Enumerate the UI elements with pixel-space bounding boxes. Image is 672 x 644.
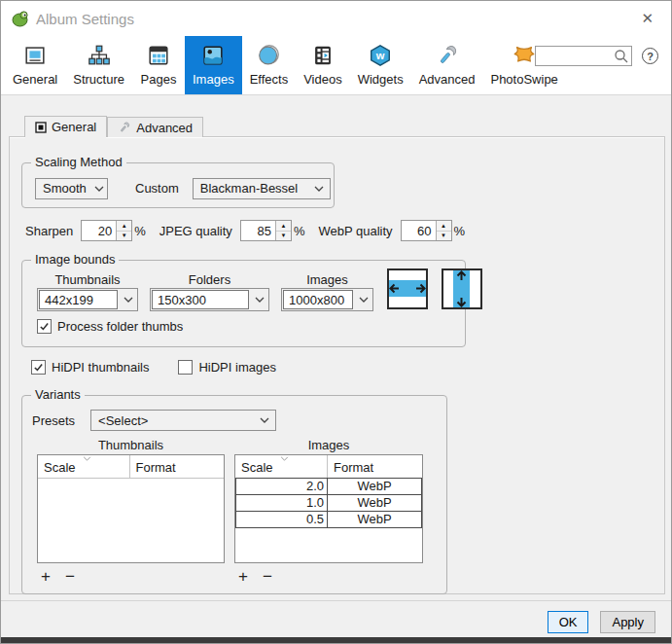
process-folder-thumbs-checkbox[interactable] [37,319,52,334]
scale-cell[interactable]: 0.5 [235,511,328,528]
spin-down-icon[interactable]: ▼ [117,232,131,241]
check-icon [39,321,50,332]
thumbnails-table-actions: + − [37,568,225,585]
spin-up-icon[interactable]: ▲ [117,221,131,232]
add-row-button[interactable]: + [238,568,248,585]
toolbar-item-widgets[interactable]: w Widgets [350,36,411,94]
image-bounds-group: Image bounds Thumbnails 442x199 Folders [21,260,466,347]
presets-value: <Select> [98,413,148,428]
hidpi-thumbnails-checkbox[interactable] [31,360,46,375]
format-cell[interactable]: WebP [327,478,422,495]
spin-down-icon[interactable]: ▼ [437,232,451,241]
spin-up-icon[interactable]: ▲ [437,221,451,232]
sharpen-label: Sharpen [25,224,73,238]
toolbar-item-effects[interactable]: Effects [242,36,297,94]
folders-label: Folders [189,272,230,287]
scale-column-header[interactable]: Scale [235,455,328,478]
general-icon [20,41,50,70]
toolbar-label: Pages [141,72,177,87]
jpeg-quality-value[interactable]: 85 [241,221,275,240]
toolbar-label: General [13,72,57,87]
jpeg-spin-buttons: ▲ ▼ [275,221,291,240]
images-combo[interactable]: 1000x800 [281,288,373,311]
remove-row-button[interactable]: − [65,568,75,585]
custom-filter-value: Blackman-Bessel [200,181,298,196]
toolbar-item-general[interactable]: General [5,36,65,94]
variants-tables: Thumbnails Scale Format [22,438,446,585]
thumbnails-bound: Thumbnails 442x199 [37,272,138,311]
percent-label: % [294,224,305,238]
jpeg-quality-spinner[interactable]: 85 ▲ ▼ [240,220,292,241]
advanced-icon [433,41,462,70]
table-header: Scale Format [38,455,224,479]
tab-general[interactable]: General [24,116,107,137]
table-row[interactable]: 0.5 WebP [235,511,422,528]
toolbar-item-pages[interactable]: Pages [132,36,185,94]
hidpi-images-label: HiDPI images [198,360,275,375]
close-button[interactable]: ✕ [633,8,661,29]
hidpi-thumbnails-label: HiDPI thumbnails [52,360,149,375]
sharpen-spinner[interactable]: 20 ▲ ▼ [81,220,132,241]
videos-icon [308,41,337,70]
toolbar-item-videos[interactable]: Videos [296,36,350,94]
hidpi-images-checkbox[interactable] [178,360,193,375]
search-icon [614,49,629,64]
thumbnails-value[interactable]: 442x199 [39,290,118,309]
scaling-method-select[interactable]: Smooth [35,178,108,199]
toolbar-item-advanced[interactable]: Advanced [411,36,483,94]
webp-quality-label: WebP quality [318,224,392,238]
tab-bar: General Advanced [24,116,203,137]
folders-value[interactable]: 150x300 [152,290,249,309]
help-icon[interactable]: ? [642,48,658,64]
presets-row: Presets <Select> [32,410,446,431]
title-bar: Album Settings ✕ [1,1,671,36]
structure-icon [85,41,114,70]
search-box [535,46,632,66]
fit-height-button[interactable] [442,268,482,309]
images-table-actions: + − [234,568,423,585]
webp-spin-buttons: ▲ ▼ [436,221,451,240]
spin-down-icon[interactable]: ▼ [276,232,291,241]
check-icon [33,362,44,373]
images-value[interactable]: 1000x800 [283,290,353,309]
scale-cell[interactable]: 2.0 [235,478,328,495]
tab-advanced[interactable]: Advanced [107,117,203,137]
thumbnails-combo[interactable]: 442x199 [37,288,138,311]
fit-width-button[interactable] [387,268,428,309]
format-column-header[interactable]: Format [130,455,224,478]
general-tab-panel: Scaling Method Smooth Custom Blackman-Be… [9,136,665,594]
folders-combo[interactable]: 150x300 [150,288,269,311]
spin-up-icon[interactable]: ▲ [276,221,291,232]
webp-quality-value[interactable]: 60 [402,221,436,240]
settings-content: General Advanced Scaling Method Smooth [1,95,671,644]
chevron-down-icon[interactable] [250,289,268,310]
scaling-method-group: Scaling Method Smooth Custom Blackman-Be… [21,162,335,208]
scale-column-header[interactable]: Scale [38,455,130,478]
table-row[interactable]: 2.0 WebP [235,478,422,495]
apply-button[interactable]: Apply [600,611,655,633]
widgets-icon: w [366,41,395,70]
chevron-down-icon[interactable] [119,289,137,310]
chevron-down-icon[interactable] [354,289,372,310]
format-cell[interactable]: WebP [327,494,422,512]
ok-button[interactable]: OK [548,611,589,633]
table-row[interactable]: 1.0 WebP [235,494,422,512]
sharpen-spin-buttons: ▲ ▼ [116,221,131,240]
toolbar-item-structure[interactable]: Structure [65,36,132,94]
general-tab-icon [35,122,47,133]
sharpen-value[interactable]: 20 [82,221,116,240]
webp-quality-spinner[interactable]: 60 ▲ ▼ [401,220,452,241]
format-column-header[interactable]: Format [328,455,422,478]
images-variants-table[interactable]: Scale Format 2.0 WebP 1 [234,454,423,563]
format-cell[interactable]: WebP [327,511,422,528]
add-row-button[interactable]: + [41,568,51,585]
thumbnails-variants-table[interactable]: Scale Format [37,454,225,563]
toolbar-item-images[interactable]: Images [185,36,242,94]
images-variants-column: Images Scale Format [234,438,423,585]
search-input[interactable] [536,48,614,64]
percent-label: % [134,224,146,238]
scale-cell[interactable]: 1.0 [235,494,328,512]
custom-filter-select[interactable]: Blackman-Bessel [193,178,331,199]
remove-row-button[interactable]: − [263,568,272,585]
presets-select[interactable]: <Select> [90,410,276,431]
